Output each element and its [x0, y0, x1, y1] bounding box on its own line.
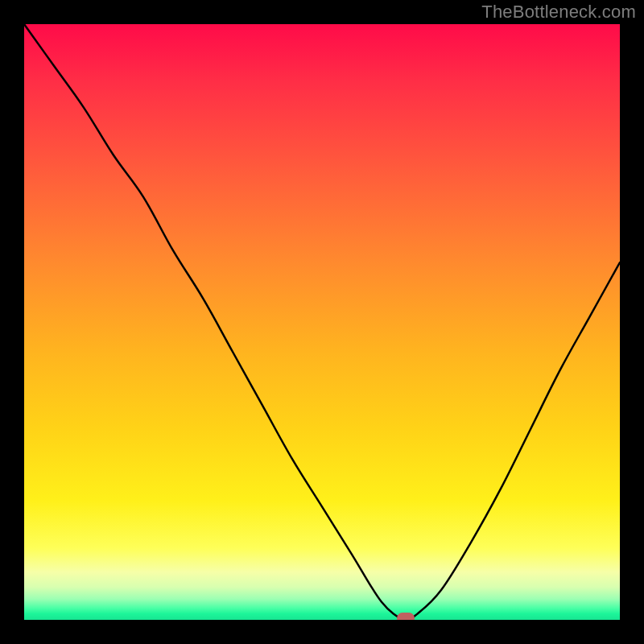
minimum-marker [397, 613, 415, 620]
plot-area [24, 24, 620, 620]
watermark-text: TheBottleneck.com [481, 2, 636, 23]
chart-frame: TheBottleneck.com [0, 0, 644, 644]
bottleneck-curve [24, 24, 620, 620]
